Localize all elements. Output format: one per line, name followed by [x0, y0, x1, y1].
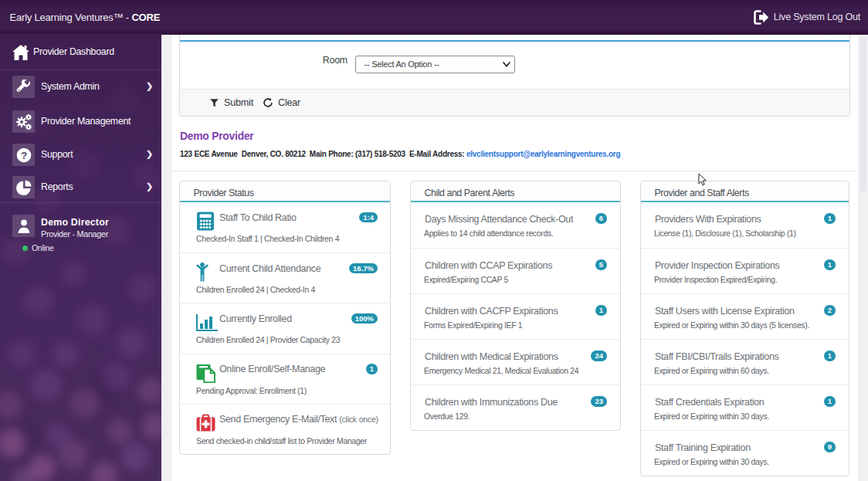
- svg-text:?: ?: [20, 149, 26, 161]
